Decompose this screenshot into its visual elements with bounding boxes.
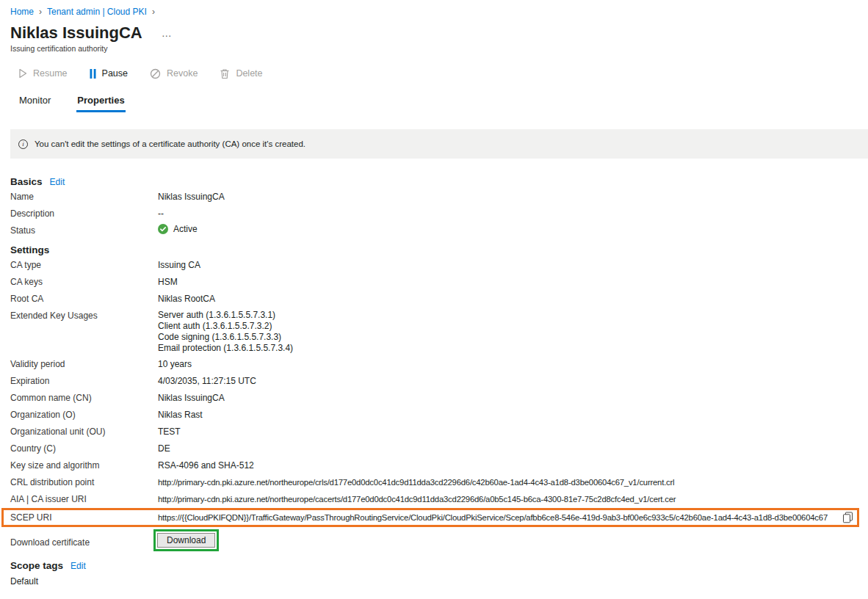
property-value: Active <box>158 224 198 234</box>
basics-edit-link[interactable]: Edit <box>50 177 65 187</box>
info-banner: You can't edit the settings of a certifi… <box>10 129 868 159</box>
status-active-check-icon <box>158 224 168 234</box>
property-label: Expiration <box>10 376 158 386</box>
property-label: AIA | CA issuer URI <box>10 494 158 504</box>
eku-line: Server auth (1.3.6.1.5.5.7.3.1) <box>158 310 293 321</box>
property-label: Description <box>10 208 158 219</box>
property-value: Niklas IssuingCA <box>158 192 225 202</box>
settings-section-title: Settings <box>10 244 49 256</box>
property-value: http://primary-cdn.pki.azure.net/northeu… <box>158 494 676 504</box>
pause-icon <box>90 69 96 79</box>
scope-tags-edit-link[interactable]: Edit <box>70 561 86 571</box>
download-button[interactable]: Download <box>157 533 215 548</box>
property-value: Niklas RootCA <box>158 294 215 304</box>
property-row-extended-key-usages: Extended Key Usages Server auth (1.3.6.1… <box>0 307 868 355</box>
resume-button[interactable]: Resume <box>18 68 68 79</box>
property-label: Extended Key Usages <box>10 311 158 321</box>
scope-tags-section-header: Scope tags Edit <box>10 559 868 572</box>
play-icon <box>18 68 27 79</box>
info-icon <box>18 139 28 149</box>
property-label: CA keys <box>10 277 158 287</box>
revoke-button[interactable]: Revoke <box>150 68 198 79</box>
download-certificate-row: Download certificate Download <box>0 528 868 554</box>
resume-button-label: Resume <box>33 68 68 79</box>
tab-monitor[interactable]: Monitor <box>18 95 51 112</box>
breadcrumb-tenant-admin-cloud-pki-link[interactable]: Tenant admin | Cloud PKI <box>47 7 147 17</box>
property-row-name: Name Niklas IssuingCA <box>0 188 868 205</box>
pause-button-label: Pause <box>102 68 128 79</box>
status-badge: Active <box>173 224 198 234</box>
tab-properties[interactable]: Properties <box>76 95 125 112</box>
scope-tags-value-row: Default <box>0 572 868 589</box>
basics-section-title: Basics <box>10 175 43 188</box>
property-label: SCEP URI <box>10 512 158 523</box>
property-label: Name <box>10 192 158 202</box>
property-row-expiration: Expiration 4/03/2035, 11:27:15 UTC <box>0 372 868 389</box>
scep-uri-value: https://{{CloudPKIFQDN}}/TrafficGateway/… <box>158 513 838 522</box>
delete-button[interactable]: Delete <box>220 68 262 79</box>
copy-icon[interactable] <box>838 512 853 523</box>
page-subtitle: Issuing certification authority <box>10 44 868 53</box>
title-row: Niklas IssuingCA … <box>10 24 868 42</box>
property-value: -- <box>158 208 164 219</box>
page-title: Niklas IssuingCA <box>10 24 142 42</box>
property-value: Server auth (1.3.6.1.5.5.7.3.1) Client a… <box>158 310 293 354</box>
property-row-organizational-unit: Organizational unit (OU) TEST <box>0 423 868 440</box>
download-highlight-box: Download <box>153 529 219 551</box>
property-row-aia-ca-issuer-uri: AIA | CA issuer URI http://primary-cdn.p… <box>0 490 868 507</box>
basics-section-header: Basics Edit <box>10 175 868 188</box>
page: Home › Tenant admin | Cloud PKI › Niklas… <box>0 0 868 589</box>
property-row-root-ca: Root CA Niklas RootCA <box>0 290 868 307</box>
property-value: HSM <box>158 277 178 287</box>
property-label: Download certificate <box>10 533 158 548</box>
property-label: CRL distribution point <box>10 477 158 487</box>
property-row-description: Description -- <box>0 205 868 222</box>
delete-button-label: Delete <box>236 68 262 79</box>
eku-line: Client auth (1.3.6.1.5.5.7.3.2) <box>158 321 293 332</box>
property-row-status: Status Active <box>0 222 868 239</box>
property-label: Root CA <box>10 294 158 304</box>
property-row-ca-keys: CA keys HSM <box>0 273 868 290</box>
property-value: Download <box>158 529 219 551</box>
property-value: http://primary-cdn.pki.azure.net/northeu… <box>158 477 674 487</box>
property-label: CA type <box>10 260 158 270</box>
property-value: 4/03/2035, 11:27:15 UTC <box>158 376 256 386</box>
property-label: Common name (CN) <box>10 393 158 403</box>
property-label: Status <box>10 225 158 236</box>
property-row-validity-period: Validity period 10 years <box>0 355 868 372</box>
more-menu-icon[interactable]: … <box>162 28 173 38</box>
property-row-crl-distribution-point: CRL distribution point http://primary-cd… <box>0 473 868 490</box>
toolbar: Resume Pause Revoke Delete <box>18 67 868 80</box>
settings-section-header: Settings <box>10 244 868 256</box>
property-row-country: Country (C) DE <box>0 440 868 457</box>
property-label: Key size and algorithm <box>10 460 158 471</box>
tab-bar: Monitor Properties <box>18 95 868 112</box>
scope-tags-value: Default <box>10 576 38 587</box>
pause-button[interactable]: Pause <box>90 68 128 79</box>
property-row-common-name: Common name (CN) Niklas IssuingCA <box>0 389 868 406</box>
property-row-ca-type: CA type Issuing CA <box>0 256 868 273</box>
property-label: Country (C) <box>10 443 158 454</box>
property-label: Organizational unit (OU) <box>10 426 158 437</box>
property-label: Organization (O) <box>10 410 158 420</box>
scope-tags-section-title: Scope tags <box>10 559 63 572</box>
property-row-organization: Organization (O) Niklas Rast <box>0 406 868 423</box>
property-value: TEST <box>158 426 181 437</box>
property-value: DE <box>158 443 170 454</box>
eku-line: Email protection (1.3.6.1.5.5.7.3.4) <box>158 343 293 354</box>
property-value: 10 years <box>158 359 192 369</box>
property-value: Niklas Rast <box>158 410 203 420</box>
chevron-right-icon: › <box>39 7 42 17</box>
eku-line: Code signing (1.3.6.1.5.5.7.3.3) <box>158 332 293 343</box>
breadcrumb-home-link[interactable]: Home <box>10 7 34 17</box>
block-icon <box>150 68 161 79</box>
breadcrumb: Home › Tenant admin | Cloud PKI › <box>0 0 868 17</box>
revoke-button-label: Revoke <box>167 68 198 79</box>
scep-uri-highlight-box: SCEP URI https://{{CloudPKIFQDN}}/Traffi… <box>1 508 859 527</box>
property-value: RSA-4096 and SHA-512 <box>158 460 254 471</box>
property-value: Issuing CA <box>158 260 200 270</box>
property-value: Niklas IssuingCA <box>158 393 225 403</box>
trash-icon <box>220 68 230 79</box>
property-row-key-size-algorithm: Key size and algorithm RSA-4096 and SHA-… <box>0 457 868 473</box>
property-label: Validity period <box>10 359 158 369</box>
